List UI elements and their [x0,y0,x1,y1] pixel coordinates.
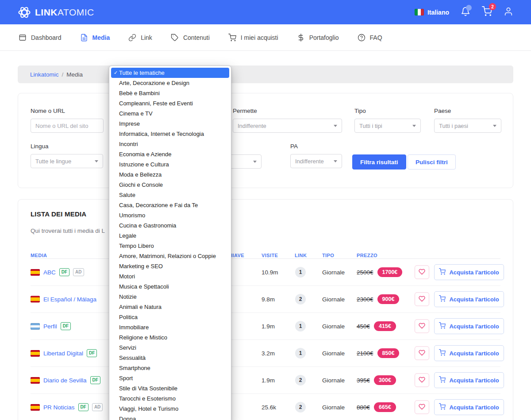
dropdown-option[interactable]: Incontri [111,139,229,149]
price-badge: 1700€ [377,267,403,277]
media-name-link[interactable]: Libertad Digital [43,350,83,357]
dropdown-option[interactable]: Legale [111,231,229,241]
nav-portafoglio-label: Portafoglio [309,34,339,41]
buy-article-button[interactable]: Acquista l'articolo [434,318,504,334]
tipo-select[interactable]: Tutti i tipi [354,119,421,133]
price-badge: 850€ [377,348,400,358]
dropdown-option[interactable]: Giochi e Console [111,180,229,190]
dropdown-option[interactable]: Istruzione e Cultura [111,159,229,170]
media-name-link[interactable]: ABC [43,269,56,276]
permette-select[interactable]: Indifferente [233,119,342,133]
favorite-button[interactable] [415,347,429,360]
dropdown-option[interactable]: Compleanni, Feste ed Eventi [111,98,229,108]
dropdown-option[interactable]: Cinema e TV [111,108,229,119]
breadcrumb-home-link[interactable]: Linkatomic [30,71,59,78]
dropdown-options: Arte, Decorazione e Design Bebè e Bambin… [109,78,231,420]
buy-article-button[interactable]: Acquista l'articolo [434,264,504,280]
filter-results-button[interactable]: Filtra risultati [352,154,406,170]
dropdown-option[interactable]: Musica e Spettacoli [111,281,229,292]
country-flag [31,404,40,411]
table-row: El Español / Málaga 9.8m 2 Giornale 2300… [31,286,500,313]
country-flag [31,296,40,303]
media-name-link[interactable]: Diario de Sevilla [43,377,87,384]
dropdown-option[interactable]: Moda e Bellezza [111,170,229,180]
dropdown-option[interactable]: Tarocchi e Esoterismo [111,393,229,404]
type-value: Giornale [322,350,345,357]
nav-link[interactable]: Link [128,34,152,42]
dropdown-option[interactable]: Imprese [111,119,229,129]
column-visits: VISITE [262,253,278,258]
dropdown-option[interactable]: Motori [111,271,229,281]
dropdown-option[interactable]: Marketing e SEO [111,261,229,271]
nav-faq[interactable]: FAQ [358,34,382,42]
dropdown-option[interactable]: Bebè e Bambini [111,88,229,98]
media-list-title: LISTA DEI MEDIA [31,210,500,218]
buy-article-button[interactable]: Acquista l'articolo [434,372,504,388]
name-url-input[interactable] [31,119,104,133]
buy-article-button[interactable]: Acquista l'articolo [434,345,504,361]
nav-dashboard[interactable]: Dashboard [19,34,62,42]
country-flag [31,350,40,357]
nav-acquisti[interactable]: I miei acquisti [228,34,278,42]
main-content: Linkatomic / Media Nome o URL Permette I… [0,66,531,420]
dropdown-option[interactable]: Umorismo [111,210,229,220]
dropdown-option[interactable]: Sessualità [111,353,229,363]
dropdown-option[interactable]: Tempo Libero [111,241,229,251]
language-label: Italiano [427,9,449,16]
dropdown-option[interactable]: Stile di Vita Sostenibile [111,383,229,393]
clear-filters-button[interactable]: Pulisci filtri [408,154,456,170]
notifications-button[interactable] [461,7,470,18]
account-button[interactable] [504,7,513,18]
pa-select[interactable]: Indifferente [290,154,342,168]
user-icon [504,7,513,18]
nav-contenuti[interactable]: Contenuti [171,34,210,42]
buy-article-button[interactable]: Acquista l'articolo [434,291,504,307]
type-value: Giornale [322,377,345,384]
nav-media[interactable]: Media [80,34,110,42]
dropdown-option[interactable]: Economia e Aziende [111,149,229,159]
old-price: 395€ [357,377,370,384]
dropdown-option[interactable]: Sport [111,373,229,383]
dropdown-option[interactable]: Religione e Mistico [111,332,229,343]
link-count-badge: 1 [295,348,306,358]
type-value: Giornale [322,296,345,303]
dropdown-option[interactable]: Viaggi, Hotel e Turismo [111,404,229,414]
language-selector[interactable]: Italiano [415,9,449,16]
purchases-cart-icon [228,34,236,42]
dropdown-option[interactable]: Informatica, Internet e Tecnologia [111,129,229,139]
filters-panel: Nome o URL Permette Indifferente Tipo Tu… [18,93,513,188]
dropdown-option[interactable]: Animali e Natura [111,302,229,312]
dropdown-option[interactable]: Immobiliare [111,322,229,332]
dropdown-option[interactable]: Smartphone [111,363,229,373]
link-count-badge: 2 [295,375,306,385]
price-badge: 665€ [374,402,396,412]
dropdown-option[interactable]: Notizie [111,292,229,302]
buy-article-button[interactable]: Acquista l'articolo [434,399,504,415]
header-actions: Italiano 2 [415,6,513,18]
dropdown-option[interactable]: Politica [111,312,229,322]
dropdown-option[interactable]: Salute [111,190,229,200]
favorite-button[interactable] [415,401,429,414]
dropdown-option[interactable]: Servizi [111,343,229,353]
paese-select[interactable]: Tutti i paesi [434,119,501,133]
favorite-button[interactable] [415,320,429,333]
nav-faq-label: FAQ [370,34,382,41]
cart-button[interactable]: 2 [482,6,492,18]
heart-icon [419,376,425,384]
lingua-select[interactable]: Tutte le lingue [31,154,103,168]
dropdown-option[interactable]: Arte, Decorazione e Design [111,78,229,88]
dropdown-option[interactable]: Amore, Matrimoni, Relazioni o Coppie [111,251,229,261]
media-name-link[interactable]: PR Noticias [43,404,75,411]
media-name-link[interactable]: Perfil [43,323,57,330]
dropdown-option[interactable]: Donna [111,414,229,420]
nav-portafoglio[interactable]: Portafoglio [297,34,339,42]
media-name-link[interactable]: El Español / Málaga [43,296,96,303]
favorite-button[interactable] [415,266,429,279]
logo[interactable]: LINKATOMIC [18,6,94,19]
column-type: TIPO [322,253,334,258]
dropdown-option-selected[interactable]: ✓ Tutte le tematiche [111,68,229,78]
favorite-button[interactable] [415,293,429,306]
dropdown-option[interactable]: Casa, Decorazione e Fai da Te [111,200,229,210]
dropdown-option[interactable]: Cucina e Gastronomia [111,220,229,231]
favorite-button[interactable] [415,374,429,387]
